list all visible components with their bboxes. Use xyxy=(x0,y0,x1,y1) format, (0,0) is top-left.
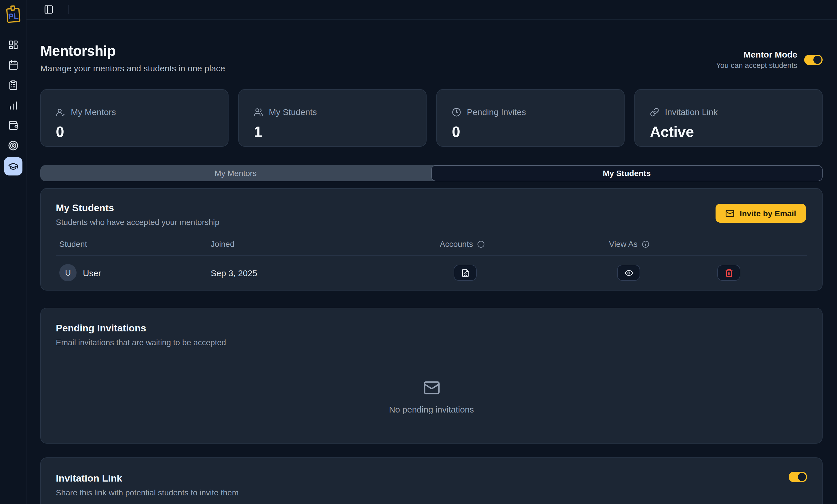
column-view-as-label: View As xyxy=(609,239,638,248)
mentor-mode-description: You can accept students xyxy=(716,61,797,70)
column-student: Student xyxy=(56,239,207,248)
stat-card-invitation-link: Invitation Link Active xyxy=(634,89,823,147)
stat-label: Invitation Link xyxy=(665,107,717,117)
stat-value: 0 xyxy=(452,123,609,141)
stat-label: My Students xyxy=(269,107,317,117)
students-table-header: Student Joined Accounts View As xyxy=(56,239,807,248)
mentor-student-tabs: My Mentors My Students xyxy=(40,165,823,181)
tab-my-mentors[interactable]: My Mentors xyxy=(40,165,431,181)
clock-icon xyxy=(452,107,461,116)
my-students-panel: My Students Students who have accepted y… xyxy=(40,188,823,291)
eye-icon xyxy=(624,268,633,277)
sidebar-item-wallet[interactable] xyxy=(4,117,22,133)
stat-card-pending-invites: Pending Invites 0 xyxy=(437,89,625,147)
stat-value: 1 xyxy=(254,123,411,141)
sidebar-item-calendar[interactable] xyxy=(4,56,22,73)
invite-button-label: Invite by Email xyxy=(740,209,796,218)
top-bar xyxy=(26,0,837,20)
toggle-knob xyxy=(814,56,821,63)
clipboard-list-icon xyxy=(8,80,18,90)
stat-card-my-mentors: My Mentors 0 xyxy=(40,89,229,147)
tab-my-students[interactable]: My Students xyxy=(431,165,823,181)
trash-icon xyxy=(725,268,733,277)
stats-row: My Mentors 0 My Students 1 Pending Invit… xyxy=(40,89,823,147)
column-joined-label: Joined xyxy=(211,239,235,248)
page-title: Mentorship xyxy=(40,42,225,59)
topbar-divider xyxy=(68,5,69,14)
sidebar: PL xyxy=(0,0,26,504)
mail-icon xyxy=(423,379,440,396)
bar-chart-icon xyxy=(8,100,18,110)
mail-icon xyxy=(725,209,734,218)
calendar-icon xyxy=(8,59,18,70)
view-as-student-button[interactable] xyxy=(617,265,640,281)
toggle-knob xyxy=(798,473,806,481)
invitation-link-panel: Invitation Link Share this link with pot… xyxy=(40,458,823,504)
stat-label: My Mentors xyxy=(71,107,116,117)
sidebar-item-tasks[interactable] xyxy=(4,76,22,93)
pending-empty-text: No pending invitations xyxy=(389,405,474,414)
sidebar-nav xyxy=(4,36,22,175)
pending-empty-state: No pending invitations xyxy=(56,379,807,414)
info-icon[interactable] xyxy=(477,240,484,248)
student-row: U User Sep 3, 2025 xyxy=(56,256,807,290)
column-accounts: Accounts xyxy=(437,239,606,248)
students-panel-title: My Students xyxy=(56,203,807,214)
pending-invitations-panel: Pending Invitations Email invitations th… xyxy=(40,308,823,444)
student-name: User xyxy=(83,268,101,278)
graduation-cap-icon xyxy=(8,161,18,171)
sidebar-item-dashboard[interactable] xyxy=(4,36,22,53)
sidebar-toggle-button[interactable] xyxy=(42,3,55,16)
sidebar-item-analytics[interactable] xyxy=(4,97,22,113)
page-header: Mentorship Manage your mentors and stude… xyxy=(40,42,823,73)
column-view-as: View As xyxy=(606,239,714,248)
sidebar-item-mentorship[interactable] xyxy=(4,157,22,175)
app-logo[interactable]: PL xyxy=(4,4,22,25)
mentor-mode-label: Mentor Mode xyxy=(716,50,797,59)
users-icon xyxy=(254,107,263,116)
pending-panel-subtitle: Email invitations that are waiting to be… xyxy=(56,338,807,347)
student-avatar: U xyxy=(59,264,76,281)
student-accounts-button[interactable] xyxy=(453,265,477,281)
stat-value: Active xyxy=(650,123,807,141)
pending-panel-title: Pending Invitations xyxy=(56,323,807,334)
info-icon[interactable] xyxy=(642,240,649,248)
invitation-link-toggle[interactable] xyxy=(789,472,807,482)
main-content: Mentorship Manage your mentors and stude… xyxy=(26,20,837,504)
user-check-icon xyxy=(56,107,65,116)
logo-text: PL xyxy=(8,12,19,21)
link-icon xyxy=(650,107,659,116)
mentor-mode-toggle[interactable] xyxy=(804,54,823,65)
target-icon xyxy=(8,140,18,150)
pl-logo-icon: PL xyxy=(4,5,22,24)
layout-dashboard-icon xyxy=(8,39,18,50)
sidebar-item-goals[interactable] xyxy=(4,137,22,154)
students-panel-subtitle: Students who have accepted your mentorsh… xyxy=(56,218,807,227)
stat-value: 0 xyxy=(56,123,213,141)
column-joined: Joined xyxy=(207,239,437,248)
column-accounts-label: Accounts xyxy=(440,239,473,248)
link-panel-subtitle: Share this link with potential students … xyxy=(56,488,807,497)
stat-card-my-students: My Students 1 xyxy=(238,89,427,147)
mentor-mode-control: Mentor Mode You can accept students xyxy=(716,50,823,70)
file-user-icon xyxy=(461,268,469,277)
column-student-label: Student xyxy=(59,239,87,248)
wallet-icon xyxy=(8,120,18,130)
mentorship-page: PL xyxy=(0,0,837,504)
invite-by-email-button[interactable]: Invite by Email xyxy=(715,204,806,223)
page-subtitle: Manage your mentors and students in one … xyxy=(40,63,225,73)
link-panel-title: Invitation Link xyxy=(56,473,807,484)
student-joined-date: Sep 3, 2025 xyxy=(207,268,437,278)
remove-student-button[interactable] xyxy=(717,265,740,281)
stat-label: Pending Invites xyxy=(467,107,526,117)
panel-left-icon xyxy=(43,5,53,14)
